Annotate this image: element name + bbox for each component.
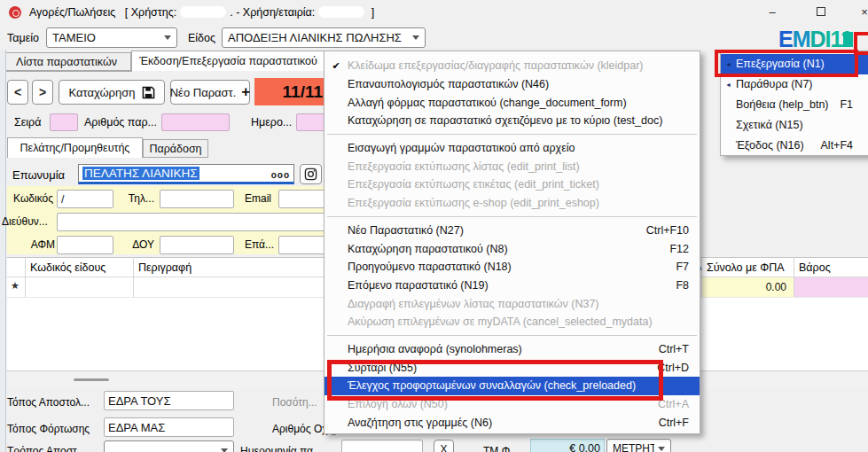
vat-number-label: ΑΦΜ bbox=[21, 238, 55, 251]
clear-button[interactable]: Χ bbox=[434, 440, 454, 452]
phone-input[interactable] bbox=[160, 190, 234, 208]
menu-item-delete-selected[interactable]: Διαγραφή επιλεγμένων λίστας παραστατικών… bbox=[325, 294, 700, 313]
maximize-button[interactable] bbox=[802, 0, 840, 23]
email-label: Email bbox=[245, 192, 271, 205]
tab-row-divider bbox=[0, 71, 132, 72]
edit-context-menu: ✔Κλείδωμα επεξεργασίας/διαγραφής παραστα… bbox=[324, 51, 700, 434]
col-header-weight[interactable]: Βάρος bbox=[799, 261, 831, 274]
left-panel-gutter bbox=[0, 50, 6, 452]
minimize-button[interactable]: – bbox=[754, 0, 791, 23]
splitter-handle[interactable] bbox=[74, 378, 109, 381]
menu-item-edit-print-eshop[interactable]: Επεξεργασία εκτύπωσης e-shop (edit_print… bbox=[325, 194, 700, 213]
party-code-label: Κωδικός bbox=[9, 192, 53, 205]
menu-item-change-document-form[interactable]: Αλλαγή φόρμας παραστατικού (change_docum… bbox=[325, 93, 700, 112]
next-doc-button[interactable]: > bbox=[32, 80, 53, 105]
chevron-down-icon bbox=[164, 35, 171, 40]
occupation-input[interactable] bbox=[278, 236, 330, 254]
cash-register-select[interactable]: ΤΑΜΕΙΟ bbox=[46, 27, 177, 48]
menu-item-cash-drawer[interactable]: Συρτάρι (N55)Ctrl+D bbox=[325, 358, 700, 377]
logo-square-icon bbox=[843, 32, 853, 47]
dispatch-place-input[interactable]: ΕΔΡΑ ΤΟΥΣ bbox=[104, 391, 234, 410]
save-icon bbox=[142, 86, 155, 99]
tax-office-input[interactable] bbox=[160, 236, 234, 254]
menu-item-previous-document[interactable]: Προηγούμενο παραστατικό (N18)F7 bbox=[325, 258, 700, 277]
redacted-username bbox=[180, 6, 226, 18]
loading-place-label: Τόπος Φόρτωσης bbox=[7, 423, 90, 435]
menu-item-recalculate-docs[interactable]: Επαναυπολογισμός παραστατικών (N46) bbox=[325, 75, 700, 94]
menu-item-daily-report[interactable]: Ημερήσια αναφορά (synolohmeras)Ctrl+T bbox=[325, 340, 700, 359]
phone-label: Τηλ... bbox=[122, 192, 154, 205]
side-item-exit[interactable]: Έξοδος (N16)Alt+F4 bbox=[721, 135, 868, 155]
dispatch-method-label: Τρόπος Αποστ bbox=[7, 445, 77, 452]
close-button[interactable]: × bbox=[851, 0, 868, 23]
menu-item-edit-print-ticket[interactable]: Επεξεργασία εκτύπωσης ετικέτας (edit_pri… bbox=[325, 175, 700, 194]
menu-item-new-document[interactable]: Νέο Παραστατικό (N27)Ctrl+F10 bbox=[325, 222, 700, 240]
window-title: Αγορές/Πωλήσεις [ Χρήστης:. - Χρήση/εται… bbox=[29, 6, 374, 19]
menu-item-related-document[interactable]: Καταχώρηση σε παραστατικό σχετιζόμενο με… bbox=[325, 112, 700, 130]
chevron-down-icon bbox=[658, 447, 665, 451]
close-icon: × bbox=[861, 5, 868, 19]
menu-item-import-lines-from-file[interactable]: Εισαγωγή γραμμών παραστατικού από αρχείο bbox=[325, 139, 700, 158]
menu-separator bbox=[325, 130, 700, 139]
doc-number-input[interactable] bbox=[161, 113, 230, 131]
menu-item-edit-print-list[interactable]: Επεξεργασία εκτύπωσης λίστας (edit_print… bbox=[325, 157, 700, 175]
emdi-logo: EMDI11 bbox=[778, 27, 852, 52]
series-input[interactable] bbox=[50, 113, 78, 131]
email-input[interactable] bbox=[278, 190, 330, 208]
menu-item-search-lines[interactable]: Αναζήτηση στις γραμμές (N6)Ctrl+F bbox=[325, 413, 700, 432]
check-icon: ✔ bbox=[325, 60, 348, 72]
menu-item-next-document[interactable]: Επόμενο παραστατικό (N19)F8 bbox=[325, 277, 700, 295]
contact-lookup-button[interactable] bbox=[300, 164, 322, 184]
menu-item-select-all[interactable]: Επιλογή όλων (N50)Ctrl+A bbox=[325, 395, 700, 414]
tab-document-list[interactable]: Λίστα παραστατικών bbox=[2, 52, 131, 71]
occupation-label: Επά... bbox=[245, 238, 274, 251]
side-item-windows[interactable]: ◄Παράθυρα (N7) bbox=[721, 74, 868, 95]
cash-register-label: Ταμείο bbox=[7, 32, 39, 44]
selected-text: ΠΕΛΑΤΗΣ ΛΙΑΝΙΚΗΣ bbox=[82, 167, 199, 180]
payment-method-select[interactable]: ΜΕΤΡΗΤΑ bbox=[606, 439, 671, 452]
vat-number-input[interactable] bbox=[57, 236, 113, 254]
tab-delivery[interactable]: Παράδοση bbox=[143, 139, 208, 158]
app-window: Αγορές/Πωλήσεις [ Χρήστης:. - Χρήση/εται… bbox=[0, 0, 868, 452]
delivery-date-input[interactable] bbox=[341, 440, 423, 452]
side-item-about[interactable]: Σχετικά (N15) bbox=[721, 114, 868, 135]
menu-separator bbox=[325, 213, 700, 222]
total-amount-field: € 0.00 bbox=[530, 439, 605, 452]
cell-weight[interactable] bbox=[794, 277, 868, 297]
new-doc-button[interactable]: Νέο Παραστ. + bbox=[170, 80, 250, 105]
menu-item-lock-editing[interactable]: ✔Κλείδωμα επεξεργασίας/διαγραφής παραστα… bbox=[325, 57, 700, 75]
address-input[interactable] bbox=[57, 213, 330, 231]
side-item-edit[interactable]: ◄Επεξεργασία (N1) bbox=[721, 54, 868, 74]
save-doc-button[interactable]: Καταχώρηση bbox=[59, 80, 165, 105]
main-menu: ◄Επεξεργασία (N1) ◄Παράθυρα (N7) Βοήθεια… bbox=[720, 51, 868, 156]
doc-date-display: 11/11 bbox=[254, 78, 326, 105]
tab-customer-supplier[interactable]: Πελάτης/Προμηθευτής bbox=[7, 137, 143, 158]
more-options-button[interactable]: ooo bbox=[271, 170, 290, 182]
menu-separator bbox=[325, 331, 700, 340]
app-icon bbox=[9, 6, 21, 19]
col-header-description[interactable]: Περιγραφή bbox=[138, 261, 192, 274]
col-header-total-with-vat[interactable]: Σύνολο με ΦΠΑ bbox=[707, 261, 785, 274]
menu-item-save-document[interactable]: Καταχώρηση παραστατικού (N8)F12 bbox=[325, 239, 700, 258]
loading-place-input[interactable]: ΕΔΡΑ ΜΑΣ bbox=[104, 417, 234, 437]
menu-item-cancel-selected-mydata[interactable]: Ακύρωση επιλεγμένων σε myDATA (cancel_se… bbox=[325, 313, 700, 331]
table-col-border bbox=[133, 257, 134, 297]
chevron-down-icon bbox=[221, 448, 228, 452]
chevron-down-icon bbox=[412, 35, 419, 40]
quantity-label: Ποσότη... bbox=[272, 396, 317, 409]
submenu-arrow-icon: ◄ bbox=[721, 82, 736, 88]
doc-type-select[interactable]: ΑΠΟΔΕΙΞΗ ΛΙΑΝΙΚΗΣ ΠΩΛΗΣΗΣ bbox=[222, 27, 426, 48]
col-header-item-code[interactable]: Κωδικός είδους bbox=[30, 261, 106, 274]
dispatch-method-select[interactable] bbox=[104, 440, 234, 452]
party-name-input[interactable]: ΠΕΛΑΤΗΣ ΛΙΑΝΙΚΗΣ ooo bbox=[78, 164, 294, 184]
tax-office-label: ΔΟΥ bbox=[124, 238, 154, 251]
previous-doc-button[interactable]: < bbox=[7, 80, 28, 105]
menu-item-check-preloaded[interactable]: Έλεγχος προφορτωμένων συναλλαγών (check_… bbox=[325, 377, 700, 395]
doc-number-label: Αριθμός παρ... bbox=[84, 116, 157, 129]
cell-total-with-vat[interactable]: 0.00 bbox=[702, 277, 794, 297]
side-item-help[interactable]: Βοήθεια (help_btn)F1 bbox=[721, 95, 868, 115]
party-code-input[interactable]: / bbox=[57, 190, 113, 208]
date-label: Ημερο... bbox=[251, 116, 292, 129]
dispatch-place-label: Τόπος Αποστολ... bbox=[7, 396, 90, 409]
tab-document-edit[interactable]: Έκδοση/Επεξεργασία παραστατικού bbox=[131, 51, 325, 71]
